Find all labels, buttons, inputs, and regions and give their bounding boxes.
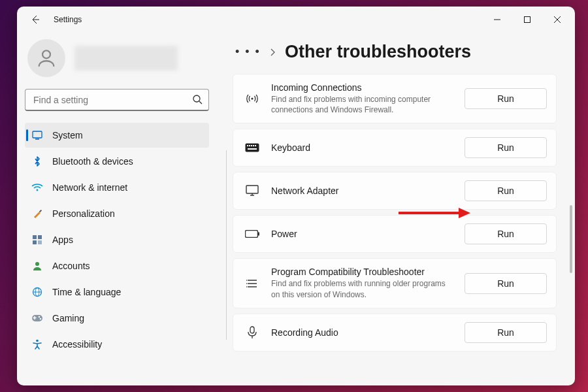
sidebar-item-gaming[interactable]: Gaming <box>25 306 209 331</box>
chevron-right-icon <box>270 48 276 57</box>
search-input[interactable] <box>25 89 209 111</box>
scrollbar-thumb[interactable] <box>570 205 572 273</box>
troubleshooter-netadapter: Network AdapterRun <box>233 172 557 210</box>
svg-point-20 <box>39 316 40 318</box>
svg-point-9 <box>37 189 39 191</box>
window-controls <box>482 7 572 33</box>
svg-rect-1 <box>525 17 531 23</box>
svg-point-5 <box>193 95 200 102</box>
sidebar-item-accessibility[interactable]: Accessibility <box>25 332 209 357</box>
accessibility-icon <box>31 339 43 350</box>
svg-rect-7 <box>33 131 42 138</box>
user-name-redacted <box>74 46 178 71</box>
svg-rect-35 <box>258 233 259 236</box>
sidebar-item-label: Gaming <box>52 313 84 323</box>
troubleshooter-power: PowerRun <box>233 215 557 253</box>
troubleshooter-text: Incoming ConnectionsFind and fix problem… <box>271 82 453 115</box>
svg-rect-29 <box>255 145 256 146</box>
troubleshooter-desc: Find and fix problems with running older… <box>271 278 453 299</box>
close-button[interactable] <box>542 7 572 33</box>
run-button[interactable]: Run <box>465 180 547 201</box>
titlebar: Settings <box>17 7 575 33</box>
battery-icon <box>245 230 259 238</box>
sidebar-item-network[interactable]: Network & internet <box>25 175 209 200</box>
back-button[interactable] <box>26 10 44 29</box>
svg-rect-25 <box>247 145 248 146</box>
svg-point-21 <box>40 318 41 319</box>
svg-point-22 <box>36 340 39 342</box>
monitor-icon <box>245 185 259 197</box>
content-pane: • • • Other troubleshooters Incoming Con… <box>217 33 575 385</box>
sidebar-item-apps[interactable]: Apps <box>25 227 209 252</box>
breadcrumb-ellipsis[interactable]: • • • <box>235 45 261 59</box>
app-title: Settings <box>54 15 82 24</box>
troubleshooter-title: Power <box>271 229 453 239</box>
breadcrumb: • • • Other troubleshooters <box>235 42 559 62</box>
sidebar-item-personalization[interactable]: Personalization <box>25 201 209 226</box>
troubleshooter-text: Recording Audio <box>271 327 453 338</box>
vertical-scrollbar[interactable] <box>570 7 572 385</box>
svg-line-6 <box>199 101 202 104</box>
svg-rect-26 <box>249 145 250 146</box>
troubleshooter-text: Program Compatibility TroubleshooterFind… <box>271 267 453 299</box>
run-button[interactable]: Run <box>465 322 547 343</box>
sidebar-item-accounts[interactable]: Accounts <box>25 253 209 278</box>
troubleshooter-recaudio: Recording AudioRun <box>233 314 557 351</box>
svg-rect-28 <box>253 145 254 146</box>
nav-list: SystemBluetooth & devicesNetwork & inter… <box>25 123 209 357</box>
svg-rect-42 <box>250 327 254 333</box>
sidebar-item-label: Personalization <box>52 208 115 219</box>
svg-point-23 <box>251 98 253 100</box>
minimize-button[interactable] <box>482 7 512 33</box>
gaming-icon <box>31 314 43 322</box>
run-button[interactable]: Run <box>465 88 547 109</box>
sidebar-item-label: System <box>52 130 83 140</box>
troubleshooter-compat: Program Compatibility TroubleshooterFind… <box>233 258 557 308</box>
avatar <box>27 39 65 77</box>
search-icon <box>192 94 203 105</box>
page-title: Other troubleshooters <box>285 42 471 62</box>
run-button[interactable]: Run <box>465 273 547 294</box>
sidebar-item-label: Network & internet <box>52 182 127 193</box>
sidebar-item-time[interactable]: Time & language <box>25 280 209 304</box>
run-button[interactable]: Run <box>465 137 547 158</box>
svg-point-4 <box>42 50 50 58</box>
antenna-icon <box>245 92 259 105</box>
svg-rect-10 <box>39 210 42 212</box>
troubleshooter-title: Keyboard <box>271 142 453 153</box>
system-icon <box>31 130 43 140</box>
sidebar: SystemBluetooth & devicesNetwork & inter… <box>17 33 217 385</box>
maximize-button[interactable] <box>512 7 542 33</box>
sidebar-item-system[interactable]: System <box>25 123 209 148</box>
list-icon <box>245 278 259 289</box>
troubleshooter-incoming: Incoming ConnectionsFind and fix problem… <box>233 74 557 123</box>
svg-rect-34 <box>246 231 258 238</box>
sidebar-item-label: Accessibility <box>52 339 102 350</box>
keyboard-icon <box>245 143 259 152</box>
svg-rect-27 <box>251 145 252 146</box>
svg-rect-31 <box>246 186 258 193</box>
run-button[interactable]: Run <box>465 223 547 244</box>
svg-point-15 <box>35 262 39 266</box>
brush-icon <box>31 208 43 219</box>
svg-rect-12 <box>38 235 42 239</box>
sidebar-item-bluetooth[interactable]: Bluetooth & devices <box>25 149 209 174</box>
svg-point-39 <box>246 280 247 281</box>
troubleshooter-text: Keyboard <box>271 142 453 153</box>
svg-rect-11 <box>33 235 37 239</box>
troubleshooter-title: Recording Audio <box>271 327 453 338</box>
troubleshooter-keyboard: KeyboardRun <box>233 129 557 167</box>
wifi-icon <box>31 183 43 192</box>
svg-rect-14 <box>38 240 42 244</box>
bluetooth-icon <box>31 156 43 167</box>
user-profile[interactable] <box>25 37 209 89</box>
troubleshooter-title: Network Adapter <box>271 186 453 196</box>
settings-window: Settings SystemBluetooth & devicesNetwor… <box>17 7 575 385</box>
svg-rect-13 <box>33 240 37 244</box>
apps-icon <box>31 235 43 245</box>
troubleshooter-text: Power <box>271 229 453 239</box>
svg-point-41 <box>246 286 247 287</box>
svg-rect-30 <box>248 148 257 150</box>
troubleshooter-title: Incoming Connections <box>271 82 453 93</box>
troubleshooter-title: Program Compatibility Troubleshooter <box>271 267 453 277</box>
